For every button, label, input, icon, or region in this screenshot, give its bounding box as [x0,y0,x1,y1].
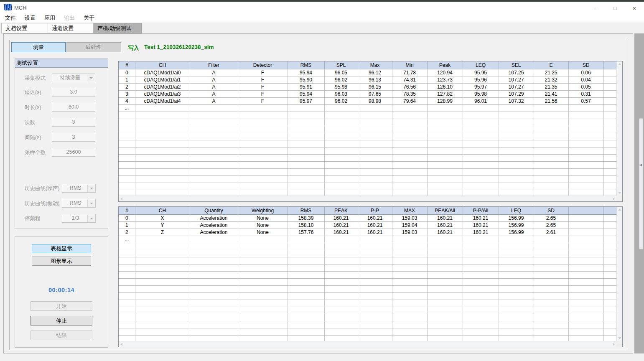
vibration-table-horizontal-scrollbar[interactable] [119,341,616,347]
column-header-p-p-all[interactable]: P-P/All [463,207,499,214]
scroll-left-icon[interactable] [120,343,122,346]
sound-table-vertical-scrollbar[interactable] [616,61,622,196]
acquisition-mode-dropdown[interactable]: 持续测量 [52,74,95,82]
table-row[interactable]: 3cDAQ1Mod1/ai3AF95.9496.0397.6578.35127.… [119,90,616,97]
scroll-up-icon[interactable] [618,63,621,65]
column-header-weighting[interactable]: Weighting [238,207,288,214]
column-header-ch[interactable]: CH [135,207,190,214]
column-header-peak[interactable]: PEAK [324,207,358,214]
column-header-peak-all[interactable]: PEAK/All [427,207,463,214]
column-header-leq[interactable]: LEQ [499,207,534,214]
history-curve-vib-dropdown[interactable]: RMS [62,199,96,208]
column-header-max[interactable]: MAX [392,207,427,214]
cell [392,112,427,119]
table-row[interactable]: 1cDAQ1Mod1/ai1AF95.9096.0296.1374.31123.… [119,76,616,83]
delay-s-field[interactable]: 3.0 [52,88,95,97]
table-row[interactable]: 0cDAQ1Mod1/ai0AF95.9496.0596.1271.78120.… [119,69,616,76]
cell [499,292,534,300]
table-display-button[interactable]: 表格显示 [32,244,91,253]
table-row[interactable]: 4cDAQ1Mod1/ai4AF95.9796.0298.9879.64128.… [119,97,616,104]
cell [288,285,324,292]
column-header-sel[interactable]: SEL [499,61,534,69]
tab-bar: 文档设置通道设置声/振动级测试 [0,23,644,33]
tab-doc-settings[interactable]: 文档设置 [1,23,48,33]
interval-s-field[interactable]: 3 [52,133,95,142]
scroll-up-icon[interactable] [618,208,621,211]
cell [119,321,135,328]
column-header-detector[interactable]: Detector [238,61,288,69]
collapse-splitter[interactable]: < [639,118,643,249]
maximize-button[interactable]: □ [608,3,622,13]
column-header-quantity[interactable]: Quantity [190,207,238,214]
scroll-right-icon[interactable] [613,197,615,201]
column-header-min[interactable]: Min [392,61,427,69]
cell: 95.97 [463,83,499,90]
column-header-rms[interactable]: RMS [288,207,324,214]
cell [568,292,603,300]
cell [499,133,534,140]
history-curve-noise-dropdown[interactable]: RMS [62,184,96,193]
column-header-peak[interactable]: Peak [427,61,463,69]
sound-table-horizontal-scrollbar[interactable] [119,196,616,201]
cell [238,119,288,126]
octave-dropdown[interactable]: 1/3 [62,214,96,223]
column-header-e[interactable]: E [534,61,568,69]
column-header-blank[interactable] [603,207,616,214]
cell: 4 [119,97,135,104]
vibration-table-vertical-scrollbar[interactable] [616,207,622,341]
column-header-sd[interactable]: SD [534,207,568,214]
close-button[interactable]: × [627,3,641,13]
cell [427,168,463,175]
postprocess-button[interactable]: 后处理 [66,42,121,52]
cell [499,183,534,190]
column-header-blank[interactable] [603,61,616,69]
menu-item-settings[interactable]: 设置 [25,13,36,23]
cell [288,278,324,285]
table-row[interactable]: 2cDAQ1Mod1/ai2AF95.9195.9896.1576.56126.… [119,83,616,90]
table-row[interactable]: 1YAccelerationNone158.10160.21160.21159.… [119,221,616,229]
cell: 78.35 [392,90,427,97]
tab-channel-settings[interactable]: 通道设置 [48,23,94,33]
cell: 95.98 [463,90,499,97]
column-header-p-p[interactable]: P-P [358,207,392,214]
table-row[interactable]: 2ZAccelerationNone157.76160.21160.21159.… [119,229,616,236]
table-row[interactable]: 0XAccelerationNone158.39160.21160.21159.… [119,214,616,221]
column-header-blank[interactable]: # [119,61,135,69]
scroll-right-icon[interactable] [613,343,615,346]
count-field[interactable]: 3 [52,118,95,127]
column-header-ch[interactable]: CH [135,61,190,69]
minimize-button[interactable]: – [588,3,603,13]
result-button[interactable]: 结果 [31,330,92,340]
column-header-filter[interactable]: Filter [190,61,238,69]
cell [392,335,427,341]
scroll-down-icon[interactable] [618,337,621,339]
stop-button[interactable]: 停止 [31,316,92,325]
start-button[interactable]: 开始 [31,301,92,311]
graph-display-button[interactable]: 图形显示 [32,257,91,266]
cell [324,264,358,271]
sample-count-field[interactable]: 25600 [52,148,95,157]
empty-row [119,147,616,154]
cell [534,140,568,147]
test-settings-title: 测试设置 [15,59,108,68]
scroll-left-icon[interactable] [120,197,122,201]
cell [135,154,190,161]
column-header-blank[interactable] [568,207,603,214]
cell [190,257,238,264]
menu-item-file[interactable]: 文件 [5,13,16,23]
empty-row [119,175,616,183]
duration-s-field[interactable]: 60.0 [52,103,95,112]
menu-item-app[interactable]: 应用 [44,13,55,23]
tab-sound-vibration-test[interactable]: 声/振动级测试 [94,23,142,33]
column-header-spl[interactable]: SPL [324,61,358,69]
menu-item-about[interactable]: 关于 [84,13,94,23]
column-header-rms[interactable]: RMS [288,61,324,69]
scroll-down-icon[interactable] [618,192,621,194]
column-header-sd[interactable]: SD [568,61,603,69]
column-header-leq[interactable]: LEQ [463,61,499,69]
column-header-blank[interactable]: # [119,207,135,214]
cell [534,264,568,271]
cell [358,104,392,112]
column-header-max[interactable]: Max [358,61,392,69]
measure-button[interactable]: 测量 [11,42,66,52]
